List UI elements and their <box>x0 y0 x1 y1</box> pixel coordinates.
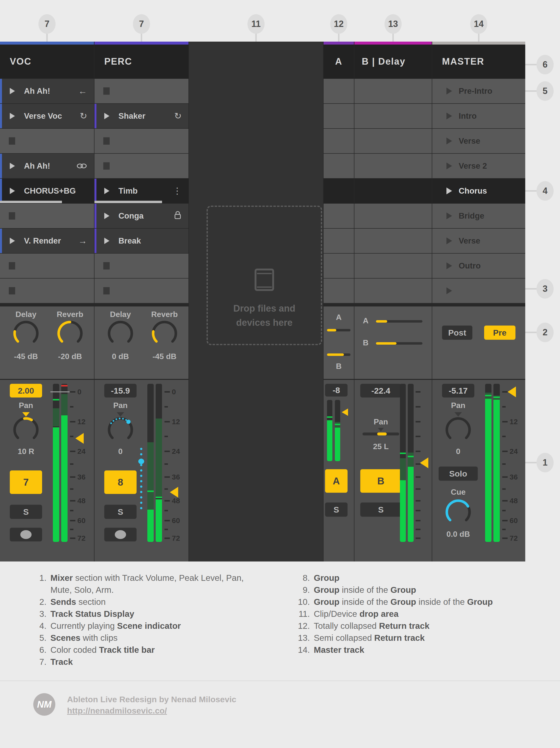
return-clip-slot[interactable] <box>324 129 354 153</box>
peak-level-display[interactable]: 2.00 <box>10 384 42 397</box>
clip-slot-empty[interactable] <box>94 129 188 153</box>
clip-slot[interactable]: Verse Voc↻ <box>0 104 94 128</box>
return-clip-slot[interactable] <box>354 79 432 103</box>
arm-button[interactable] <box>10 528 42 541</box>
scene-play-icon[interactable] <box>446 88 452 94</box>
clip-slot-empty[interactable] <box>94 154 188 178</box>
return-clip-slot[interactable] <box>324 229 354 253</box>
return-clip-slot[interactable] <box>324 279 354 303</box>
peak-level-display[interactable]: -22.4 <box>360 384 401 397</box>
volume-automation-handle[interactable] <box>138 459 144 464</box>
clip-play-icon[interactable] <box>104 188 110 194</box>
clip-slot-empty[interactable] <box>94 79 188 103</box>
clip-slot[interactable]: Conga <box>94 204 188 228</box>
clip-play-icon[interactable] <box>10 88 15 94</box>
clip-slot-empty[interactable] <box>0 254 94 278</box>
scene-play-icon[interactable] <box>446 237 452 244</box>
return-clip-slot[interactable] <box>324 104 354 128</box>
track-title-bar-perc[interactable]: PERC <box>94 45 188 78</box>
return-clip-slot[interactable] <box>354 179 432 203</box>
drop-area[interactable]: Drop files and devices here <box>207 206 322 345</box>
volume-automation-line[interactable] <box>140 446 142 511</box>
solo-button[interactable]: S <box>104 505 137 519</box>
send-a-slider[interactable] <box>327 329 350 331</box>
clip-play-icon[interactable] <box>10 188 15 194</box>
clip-slot-empty[interactable] <box>0 129 94 153</box>
clip-play-icon[interactable] <box>104 113 110 119</box>
track-title-bar-voc[interactable]: VOC <box>0 45 94 78</box>
send-knob[interactable] <box>150 319 179 348</box>
cue-knob[interactable] <box>444 498 472 526</box>
clip-slot-empty[interactable] <box>0 279 94 303</box>
peak-level-display[interactable]: -5.17 <box>442 384 474 397</box>
clip-slot[interactable]: Shaker↻ <box>94 104 188 128</box>
clip-slot[interactable]: Ah Ah!← <box>0 79 94 103</box>
clip-stop-square[interactable] <box>103 87 110 95</box>
scene-slot[interactable]: Outro <box>432 254 525 278</box>
pan-knob[interactable] <box>444 416 472 444</box>
track-title-bar-a[interactable]: A <box>324 45 354 78</box>
track-number-button[interactable]: 8 <box>104 470 137 494</box>
send-a-slider[interactable] <box>376 320 422 323</box>
return-clip-slot[interactable] <box>354 154 432 178</box>
track-title-bar-master[interactable]: MASTER <box>432 45 525 78</box>
return-clip-slot[interactable] <box>354 279 432 303</box>
clip-stop-square[interactable] <box>103 137 110 145</box>
return-clip-slot[interactable] <box>324 79 354 103</box>
volume-fader-handle[interactable] <box>508 387 516 397</box>
scene-play-icon[interactable] <box>446 262 452 269</box>
scene-play-icon[interactable] <box>446 138 452 144</box>
clip-play-icon[interactable] <box>104 213 110 219</box>
return-clip-slot[interactable] <box>354 129 432 153</box>
return-clip-slot[interactable] <box>324 179 354 203</box>
return-clip-slot[interactable] <box>324 254 354 278</box>
clip-slot[interactable]: Ah Ah! <box>0 154 94 178</box>
return-clip-slot[interactable] <box>354 104 432 128</box>
solo-button[interactable]: S <box>360 502 401 517</box>
clip-stop-square[interactable] <box>9 137 15 145</box>
return-name-button[interactable]: A <box>325 469 348 493</box>
clip-stop-square[interactable] <box>103 262 110 270</box>
scene-slot[interactable]: Verse <box>432 129 525 153</box>
volume-fader-handle[interactable] <box>420 458 428 468</box>
scene-slot[interactable]: Verse 2 <box>432 154 525 178</box>
clip-slot-empty[interactable] <box>94 279 188 303</box>
send-knob[interactable] <box>56 319 84 348</box>
clip-stop-square[interactable] <box>9 287 15 295</box>
return-clip-slot[interactable] <box>354 204 432 228</box>
scene-play-icon[interactable] <box>446 287 452 294</box>
scene-slot[interactable] <box>432 279 525 303</box>
clip-stop-square[interactable] <box>103 162 110 170</box>
volume-fader-handle[interactable] <box>75 433 84 444</box>
pre-button[interactable]: Pre <box>484 326 515 340</box>
solo-button[interactable]: S <box>325 502 348 517</box>
scene-slot[interactable]: Bridge <box>432 204 525 228</box>
clip-play-icon[interactable] <box>10 238 15 244</box>
send-knob[interactable] <box>12 319 40 348</box>
volume-fader-handle[interactable] <box>170 487 178 498</box>
clip-stop-square[interactable] <box>103 287 110 295</box>
track-title-bar-b[interactable]: B | Delay <box>354 45 432 78</box>
return-clip-slot[interactable] <box>324 154 354 178</box>
clip-play-icon[interactable] <box>104 238 110 244</box>
scene-play-icon[interactable] <box>446 187 452 194</box>
post-button[interactable]: Post <box>442 326 472 340</box>
clip-slot[interactable]: Break <box>94 229 188 253</box>
scene-play-icon[interactable] <box>446 163 452 169</box>
track-number-button[interactable]: 7 <box>10 470 42 494</box>
solo-button[interactable]: S <box>10 505 42 519</box>
clip-slot[interactable]: V. Render→ <box>0 229 94 253</box>
send-b-slider[interactable] <box>327 353 350 356</box>
scene-slot[interactable]: Intro <box>432 104 525 128</box>
return-clip-slot[interactable] <box>354 229 432 253</box>
return-clip-slot[interactable] <box>354 254 432 278</box>
author-link[interactable]: http://nenadmilosevic.co/ <box>67 706 167 715</box>
arm-button[interactable] <box>104 528 137 541</box>
peak-level-display[interactable]: -8 <box>325 384 348 397</box>
clip-stop-square[interactable] <box>9 212 15 219</box>
clip-play-icon[interactable] <box>10 113 15 119</box>
return-name-button[interactable]: B <box>360 469 401 493</box>
pan-knob[interactable] <box>106 416 135 444</box>
volume-fader-handle[interactable] <box>342 408 348 416</box>
scene-slot[interactable]: Pre-Intro <box>432 79 525 103</box>
